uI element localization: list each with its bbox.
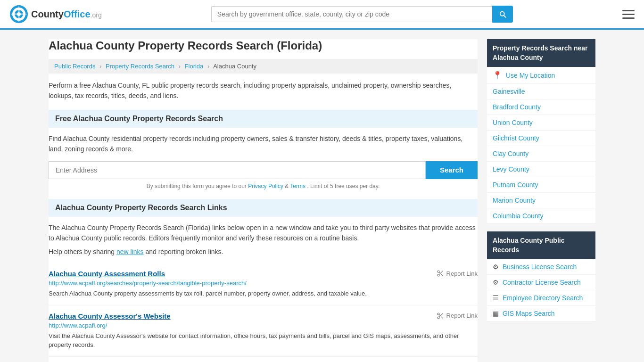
- scissors-icon: [437, 270, 444, 277]
- svg-line-12: [441, 316, 443, 318]
- terms-link[interactable]: Terms: [290, 183, 305, 189]
- links-section: Alachua County Property Records Search L…: [49, 199, 478, 357]
- use-my-location-link[interactable]: Use My Location: [506, 72, 555, 79]
- content-area: Alachua County Property Records Search (…: [49, 39, 478, 362]
- header-search-area: [211, 6, 513, 23]
- nearby-section-title: Property Records Search near Alachua Cou…: [487, 39, 595, 67]
- sidebar-nearby-putnam[interactable]: Putnam County: [487, 177, 595, 193]
- new-links-link[interactable]: new links: [116, 248, 144, 255]
- nearby-link[interactable]: Putnam County: [493, 181, 538, 189]
- logo-area: CountyOffice.org: [9, 5, 102, 24]
- free-search-section: Free Alachua County Property Records Sea…: [49, 110, 478, 189]
- share-links-line: Help others by sharing new links and rep…: [49, 248, 478, 255]
- main-container: Alachua County Property Records Search (…: [39, 30, 605, 362]
- business-license-search-item[interactable]: ⚙ Business License Search: [487, 259, 595, 275]
- gis-maps-link[interactable]: GIS Maps Search: [503, 310, 555, 317]
- use-my-location-item[interactable]: 📍 Use My Location: [487, 67, 595, 84]
- sidebar: Property Records Search near Alachua Cou…: [487, 39, 595, 362]
- gis-maps-search-item[interactable]: ▦ GIS Maps Search: [487, 306, 595, 321]
- nearby-link[interactable]: Columbia County: [493, 212, 543, 220]
- nearby-section: Property Records Search near Alachua Cou…: [487, 39, 595, 224]
- sidebar-nearby-gilchrist[interactable]: Gilchrist County: [487, 131, 595, 146]
- resource-desc: Visit the Alachua County Assessor's webs…: [49, 331, 478, 350]
- svg-point-5: [438, 274, 439, 276]
- breadcrumb-current: Alachua County: [213, 63, 256, 70]
- svg-point-10: [438, 317, 439, 319]
- resource-title[interactable]: Alachua County Assessor's Website: [49, 312, 171, 320]
- nearby-link[interactable]: Gainesville: [493, 88, 525, 95]
- sidebar-nearby-union[interactable]: Union County: [487, 115, 595, 131]
- nearby-link[interactable]: Marion County: [493, 197, 536, 204]
- search-button[interactable]: Search: [426, 161, 478, 179]
- resource-item: Alachua County Assessor's Website Report…: [49, 305, 478, 357]
- privacy-policy-link[interactable]: Privacy Policy: [248, 183, 283, 189]
- map-icon: ▦: [493, 310, 499, 317]
- search-icon: [498, 10, 507, 18]
- sidebar-nearby-gainesville[interactable]: Gainesville: [487, 84, 595, 99]
- resource-url: http://www.acpafl.org/searches/property-…: [49, 280, 478, 287]
- page-description: Perform a free Alachua County, FL public…: [49, 80, 478, 101]
- header: CountyOffice.org: [0, 0, 644, 30]
- list-icon: ☰: [493, 294, 499, 302]
- gear-icon: ⚙: [493, 279, 499, 286]
- nearby-link[interactable]: Bradford County: [493, 103, 541, 111]
- sidebar-nearby-bradford[interactable]: Bradford County: [487, 99, 595, 115]
- address-search-form: Search: [49, 161, 478, 179]
- svg-point-9: [438, 313, 439, 315]
- scissors-icon: [437, 312, 444, 320]
- hamburger-menu-icon[interactable]: [622, 10, 635, 19]
- svg-line-13: [439, 314, 440, 316]
- public-records-section-title: Alachua County Public Records: [487, 231, 595, 259]
- report-link[interactable]: Report Link: [437, 312, 478, 320]
- page-title: Alachua County Property Records Search (…: [49, 39, 478, 59]
- gear-icon: ⚙: [493, 263, 499, 271]
- employee-directory-search-item[interactable]: ☰ Employee Directory Search: [487, 290, 595, 306]
- nearby-link[interactable]: Clay County: [493, 150, 528, 157]
- svg-line-8: [439, 272, 440, 274]
- public-records-section: Alachua County Public Records ⚙ Business…: [487, 231, 595, 321]
- sidebar-nearby-clay[interactable]: Clay County: [487, 146, 595, 162]
- breadcrumb-florida[interactable]: Florida: [185, 63, 204, 70]
- address-input[interactable]: [49, 161, 426, 179]
- form-disclaimer: By submitting this form you agree to our…: [49, 183, 478, 189]
- resource-title[interactable]: Alachua County Assessment Rolls: [49, 270, 165, 278]
- resource-desc: Search Alachua County property assessmen…: [49, 289, 478, 298]
- sidebar-nearby-columbia[interactable]: Columbia County: [487, 208, 595, 224]
- nearby-link[interactable]: Union County: [493, 119, 533, 126]
- resource-item: Alachua County Assessment Rolls Report L…: [49, 263, 478, 305]
- links-heading: Alachua County Property Records Search L…: [49, 199, 478, 217]
- business-license-link[interactable]: Business License Search: [503, 263, 577, 271]
- report-link[interactable]: Report Link: [437, 270, 478, 277]
- breadcrumb-property-records-search[interactable]: Property Records Search: [106, 63, 174, 70]
- logo-text: CountyOffice.org: [31, 9, 102, 20]
- svg-line-7: [441, 274, 443, 276]
- resource-url: http://www.acpafl.org/: [49, 322, 478, 329]
- location-dot-icon: 📍: [493, 71, 502, 80]
- employee-directory-link[interactable]: Employee Directory Search: [503, 294, 583, 302]
- search-description: Find Alachua County residential property…: [49, 133, 478, 155]
- links-description: The Alachua County Property Records Sear…: [49, 222, 478, 244]
- header-search-input[interactable]: [211, 6, 492, 22]
- contractor-license-link[interactable]: Contractor License Search: [503, 279, 581, 286]
- sidebar-nearby-levy[interactable]: Levy County: [487, 162, 595, 177]
- logo-icon: [9, 5, 28, 24]
- breadcrumb: Public Records › Property Records Search…: [49, 59, 478, 74]
- nearby-link[interactable]: Levy County: [493, 165, 529, 173]
- header-search-button[interactable]: [492, 6, 513, 23]
- contractor-license-search-item[interactable]: ⚙ Contractor License Search: [487, 275, 595, 290]
- sidebar-nearby-marion[interactable]: Marion County: [487, 193, 595, 208]
- svg-point-4: [438, 271, 439, 272]
- nearby-link[interactable]: Gilchrist County: [493, 134, 539, 142]
- breadcrumb-public-records[interactable]: Public Records: [54, 63, 95, 70]
- free-search-heading: Free Alachua County Property Records Sea…: [49, 110, 478, 128]
